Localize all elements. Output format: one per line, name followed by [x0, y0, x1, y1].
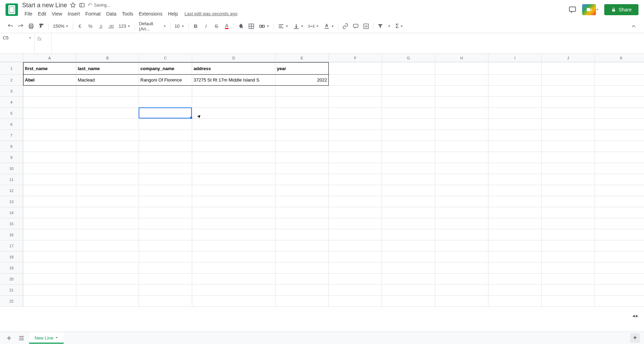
- cell-B19[interactable]: [76, 262, 139, 274]
- cell-I12[interactable]: [488, 185, 542, 196]
- cell-A19[interactable]: [23, 262, 76, 274]
- explore-button[interactable]: [630, 333, 640, 343]
- cell-B4[interactable]: [76, 97, 139, 108]
- cell-I3[interactable]: [488, 86, 542, 97]
- cell-G3[interactable]: [382, 86, 435, 97]
- share-button[interactable]: Share: [604, 4, 638, 15]
- cell-H21[interactable]: [435, 285, 488, 296]
- cell-H10[interactable]: [435, 163, 488, 174]
- row-header-20[interactable]: 20: [0, 274, 23, 285]
- cell-D7[interactable]: [192, 130, 276, 141]
- row-header-19[interactable]: 19: [0, 262, 23, 274]
- cell-F19[interactable]: [329, 262, 382, 274]
- cell-K15[interactable]: [595, 218, 644, 229]
- cell-G4[interactable]: [382, 97, 435, 108]
- cell-K2[interactable]: [595, 75, 644, 86]
- cell-K6[interactable]: [595, 119, 644, 130]
- cell-A8[interactable]: [23, 141, 76, 152]
- cell-G17[interactable]: [382, 240, 435, 251]
- cell-B17[interactable]: [76, 240, 139, 251]
- text-wrap-button[interactable]: [306, 22, 321, 31]
- cell-I17[interactable]: [488, 240, 542, 251]
- cell-E19[interactable]: [276, 262, 329, 274]
- cell-E5[interactable]: [276, 108, 329, 119]
- cell-I4[interactable]: [488, 97, 542, 108]
- cell-I21[interactable]: [488, 285, 542, 296]
- cell-C6[interactable]: [139, 119, 192, 130]
- cell-J15[interactable]: [542, 218, 595, 229]
- sheet-tab-active[interactable]: New Line: [29, 333, 64, 344]
- row-header-15[interactable]: 15: [0, 218, 23, 229]
- cell-D6[interactable]: [192, 119, 276, 130]
- column-header-F[interactable]: F: [329, 54, 382, 62]
- all-sheets-button[interactable]: [17, 333, 26, 343]
- cell-H9[interactable]: [435, 152, 488, 163]
- percent-button[interactable]: %: [85, 21, 95, 31]
- cell-A2[interactable]: Abel: [23, 75, 76, 86]
- cell-C20[interactable]: [139, 274, 192, 285]
- cell-F18[interactable]: [329, 251, 382, 262]
- cell-A15[interactable]: [23, 218, 76, 229]
- cell-H16[interactable]: [435, 229, 488, 240]
- menu-format[interactable]: Format: [83, 10, 103, 18]
- column-header-D[interactable]: D: [192, 54, 276, 62]
- cell-K7[interactable]: [595, 130, 644, 141]
- cell-A3[interactable]: [23, 86, 76, 97]
- insert-link-button[interactable]: [340, 21, 350, 31]
- cell-J20[interactable]: [542, 274, 595, 285]
- cell-C2[interactable]: Rangoni Of Florence: [139, 75, 192, 86]
- cell-I19[interactable]: [488, 262, 542, 274]
- cell-I6[interactable]: [488, 119, 542, 130]
- cell-K19[interactable]: [595, 262, 644, 274]
- italic-button[interactable]: I: [201, 21, 211, 31]
- cell-C11[interactable]: [139, 174, 192, 185]
- cell-E12[interactable]: [276, 185, 329, 196]
- cell-J18[interactable]: [542, 251, 595, 262]
- cell-E2[interactable]: 2022: [276, 75, 329, 86]
- cell-J9[interactable]: [542, 152, 595, 163]
- cell-H3[interactable]: [435, 86, 488, 97]
- cell-F9[interactable]: [329, 152, 382, 163]
- cell-K3[interactable]: [595, 86, 644, 97]
- cell-B18[interactable]: [76, 251, 139, 262]
- menu-view[interactable]: View: [49, 10, 65, 18]
- cell-J14[interactable]: [542, 207, 595, 218]
- cell-I18[interactable]: [488, 251, 542, 262]
- cell-B14[interactable]: [76, 207, 139, 218]
- cell-H18[interactable]: [435, 251, 488, 262]
- cell-B11[interactable]: [76, 174, 139, 185]
- cell-C8[interactable]: [139, 141, 192, 152]
- star-icon[interactable]: [70, 2, 76, 8]
- cell-E1[interactable]: year: [276, 62, 329, 75]
- cell-H6[interactable]: [435, 119, 488, 130]
- cell-C7[interactable]: [139, 130, 192, 141]
- cell-I20[interactable]: [488, 274, 542, 285]
- menu-data[interactable]: Data: [104, 10, 119, 18]
- cell-B16[interactable]: [76, 229, 139, 240]
- cell-B12[interactable]: [76, 185, 139, 196]
- cell-A7[interactable]: [23, 130, 76, 141]
- cell-I5[interactable]: [488, 108, 542, 119]
- cell-E6[interactable]: [276, 119, 329, 130]
- cell-I1[interactable]: [488, 62, 542, 75]
- cell-C4[interactable]: [139, 97, 192, 108]
- menu-tools[interactable]: Tools: [120, 10, 136, 18]
- text-rotation-button[interactable]: [321, 22, 336, 31]
- cell-G14[interactable]: [382, 207, 435, 218]
- cell-E20[interactable]: [276, 274, 329, 285]
- cell-K9[interactable]: [595, 152, 644, 163]
- cell-C18[interactable]: [139, 251, 192, 262]
- cell-I16[interactable]: [488, 229, 542, 240]
- cell-J22[interactable]: [542, 296, 595, 307]
- row-header-3[interactable]: 3: [0, 86, 23, 97]
- cell-E13[interactable]: [276, 196, 329, 207]
- cell-A6[interactable]: [23, 119, 76, 130]
- cell-H20[interactable]: [435, 274, 488, 285]
- column-header-B[interactable]: B: [76, 54, 139, 62]
- cell-J3[interactable]: [542, 86, 595, 97]
- sheets-logo[interactable]: [6, 3, 18, 16]
- cell-G22[interactable]: [382, 296, 435, 307]
- font-size-selector[interactable]: 10: [172, 22, 186, 30]
- cell-E10[interactable]: [276, 163, 329, 174]
- cell-A9[interactable]: [23, 152, 76, 163]
